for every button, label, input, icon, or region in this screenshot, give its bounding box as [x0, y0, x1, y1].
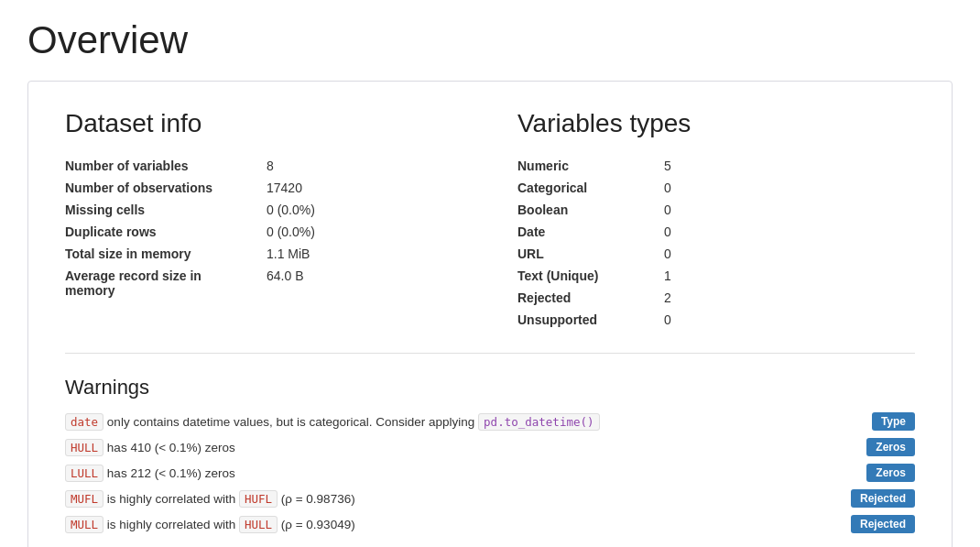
warning-row: MULL is highly correlated with HULL (ρ =… — [65, 515, 915, 533]
warning-text: LULL has 212 (< 0.1%) zeros — [65, 466, 859, 480]
row-label: Unsupported — [517, 309, 664, 331]
warning-row: HULL has 410 (< 0.1%) zerosZeros — [65, 438, 915, 456]
warning-row: LULL has 212 (< 0.1%) zerosZeros — [65, 464, 915, 482]
warning-text: MUFL is highly correlated with HUFL (ρ =… — [65, 492, 844, 506]
row-label: Missing cells — [65, 199, 267, 221]
row-value: 5 — [664, 155, 915, 177]
row-label: Boolean — [517, 199, 664, 221]
table-row: Duplicate rows 0 (0.0%) — [65, 221, 463, 243]
variables-types-section: Variables types Numeric 5 Categorical 0 … — [517, 109, 915, 331]
warning-text: HULL has 410 (< 0.1%) zeros — [65, 441, 859, 454]
code-inline: MUFL — [65, 490, 103, 508]
table-row: Number of observations 17420 — [65, 177, 463, 199]
table-row: Date 0 — [517, 221, 915, 243]
two-col-layout: Dataset info Number of variables 8 Numbe… — [65, 109, 915, 331]
variables-types-table: Numeric 5 Categorical 0 Boolean 0 Date 0… — [517, 155, 915, 331]
row-label: Date — [517, 221, 664, 243]
table-row: Boolean 0 — [517, 199, 915, 221]
table-row: Rejected 2 — [517, 287, 915, 309]
row-value: 0 — [664, 243, 915, 265]
row-value: 0 (0.0%) — [267, 221, 463, 243]
row-value: 17420 — [267, 177, 463, 199]
code-inline: HULL — [239, 516, 278, 533]
dataset-info-table: Number of variables 8 Number of observat… — [65, 155, 463, 301]
table-row: Unsupported 0 — [517, 309, 915, 331]
row-label: URL — [517, 243, 664, 265]
row-value: 2 — [664, 287, 915, 309]
table-row: URL 0 — [517, 243, 915, 265]
code-inline: pd.to_datetime() — [478, 413, 599, 431]
table-row: Total size in memory 1.1 MiB — [65, 243, 463, 265]
row-value: 8 — [267, 155, 463, 177]
code-inline: date — [65, 413, 103, 431]
row-label: Number of observations — [65, 177, 267, 199]
row-value: 1 — [664, 265, 915, 287]
table-row: Number of variables 8 — [65, 155, 463, 177]
variables-types-title: Variables types — [517, 109, 915, 138]
warning-row: date only contains datetime values, but … — [65, 412, 915, 431]
table-row: Numeric 5 — [517, 155, 915, 177]
row-label: Numeric — [517, 155, 664, 177]
code-inline: HULL — [65, 439, 103, 456]
row-label: Categorical — [517, 177, 664, 199]
section-divider — [65, 353, 915, 354]
row-label: Duplicate rows — [65, 221, 267, 243]
row-value: 0 — [664, 309, 915, 331]
row-value: 64.0 B — [267, 265, 463, 301]
warning-text: MULL is highly correlated with HULL (ρ =… — [65, 518, 844, 531]
row-value: 0 — [664, 199, 915, 221]
dataset-info-section: Dataset info Number of variables 8 Numbe… — [65, 109, 463, 331]
row-value: 0 (0.0%) — [267, 199, 463, 221]
warning-badge: Type — [872, 412, 915, 431]
table-row: Categorical 0 — [517, 177, 915, 199]
table-row: Missing cells 0 (0.0%) — [65, 199, 463, 221]
row-label: Number of variables — [65, 155, 267, 177]
row-label: Rejected — [517, 287, 664, 309]
code-inline: HUFL — [239, 490, 278, 508]
page-wrapper: Overview Dataset info Number of variable… — [0, 0, 980, 547]
warning-badge: Zeros — [866, 438, 915, 456]
row-value: 1.1 MiB — [267, 243, 463, 265]
warning-badge: Rejected — [851, 515, 915, 533]
main-card: Dataset info Number of variables 8 Numbe… — [27, 81, 953, 547]
row-value: 0 — [664, 221, 915, 243]
warning-text: date only contains datetime values, but … — [65, 415, 865, 429]
row-value: 0 — [664, 177, 915, 199]
warning-row: MUFL is highly correlated with HUFL (ρ =… — [65, 489, 915, 508]
dataset-info-title: Dataset info — [65, 109, 463, 138]
warning-badge: Zeros — [866, 464, 915, 482]
row-label: Average record size in memory — [65, 265, 267, 301]
page-title: Overview — [27, 18, 953, 62]
row-label: Total size in memory — [65, 243, 267, 265]
row-label: Text (Unique) — [517, 265, 664, 287]
warnings-section: Warnings date only contains datetime val… — [65, 376, 915, 533]
code-inline: MULL — [65, 516, 103, 533]
warning-badge: Rejected — [851, 489, 915, 508]
table-row: Average record size in memory 64.0 B — [65, 265, 463, 301]
warnings-container: date only contains datetime values, but … — [65, 412, 915, 533]
warnings-title: Warnings — [65, 376, 915, 399]
code-inline: LULL — [65, 465, 103, 482]
table-row: Text (Unique) 1 — [517, 265, 915, 287]
